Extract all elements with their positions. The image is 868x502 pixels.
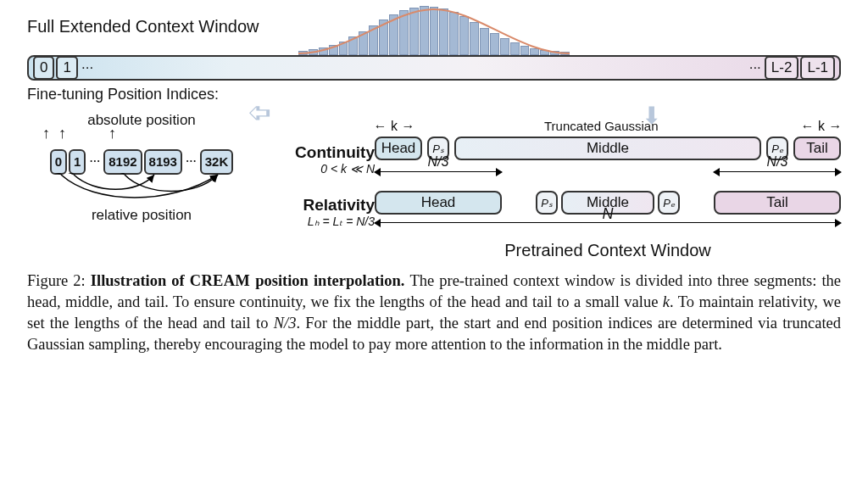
histogram-bar <box>420 6 429 55</box>
k-brace-right: ← k → <box>800 119 843 134</box>
idx-cell-8193: 8193 <box>144 149 182 175</box>
histogram-bar <box>520 46 530 55</box>
histogram-bar <box>309 49 318 55</box>
principle-continuity: Continuity 0 < k ≪ N <box>295 143 375 176</box>
histogram-bar <box>430 7 439 55</box>
position-index-row: 0 1 ··· 8192 8193 ··· 32K <box>27 149 256 175</box>
continuity-cond: 0 < k ≪ N <box>295 162 375 176</box>
index-cell-L-1: L-1 <box>800 56 835 80</box>
k-brace-left: ← k → <box>373 119 415 134</box>
histogram-bar <box>379 20 388 55</box>
histogram-bar <box>359 31 368 55</box>
full-context-window-bar: 0 1 ··· ··· L-2 L-1 <box>27 40 841 84</box>
idx-cell-8192: 8192 <box>103 149 142 175</box>
pretrained-context-window-label: Pretrained Context Window <box>375 241 841 260</box>
up-arrows: ↑ ↑ ↑ <box>42 129 256 137</box>
continuity-title: Continuity <box>295 143 375 162</box>
histogram-bar <box>510 42 520 55</box>
figure-caption: Figure 2: Illustration of CREAM position… <box>27 271 841 355</box>
figure-number: Figure 2: <box>27 272 86 289</box>
ellipsis-left: ··· <box>80 58 95 78</box>
up-arrow-icon: ↑ <box>108 129 116 137</box>
histogram-bar <box>500 38 509 55</box>
histogram-bar <box>480 28 489 55</box>
histogram-bar <box>409 8 419 55</box>
histogram-bar <box>470 22 479 55</box>
truncated-gaussian-label: Truncated Gaussian <box>544 119 659 133</box>
relative-position-arcs-icon <box>44 173 239 207</box>
idx-cell-1: 1 <box>69 149 86 175</box>
histogram-bar <box>389 14 398 55</box>
n-label: N <box>375 205 841 223</box>
histogram-bar <box>319 47 328 55</box>
n-over-3-right: N/3 <box>714 154 841 170</box>
index-cell-0: 0 <box>33 56 54 80</box>
idx-cell-32k: 32K <box>200 149 234 175</box>
histogram-bar <box>369 25 378 55</box>
figure-2-diagram: Full Extended Context Window 0 1 ··· ···… <box>27 17 841 260</box>
histogram-bar <box>329 45 338 55</box>
histogram-bar <box>439 8 448 55</box>
segments-panel: ⬇ ← k → Truncated Gaussian ← k → Head Pₛ… <box>375 110 841 260</box>
histogram-bar <box>339 42 348 55</box>
histogram-bar <box>348 36 358 55</box>
index-cell-1: 1 <box>56 56 77 80</box>
up-arrow-icon: ↑ <box>42 129 50 137</box>
idx-dots: ··· <box>87 153 102 170</box>
histogram-bar <box>399 10 409 55</box>
relative-position-label: relative position <box>27 207 256 224</box>
up-arrow-icon: ↑ <box>58 129 66 137</box>
principles-panel: Continuity 0 < k ≪ N Relativity Lₕ = Lₜ … <box>256 110 375 260</box>
ellipsis-right: ··· <box>748 58 763 78</box>
idx-dots: ··· <box>184 153 198 170</box>
index-cell-L-2: L-2 <box>765 56 799 80</box>
relativity-cond: Lₕ = Lₜ = N/3 <box>303 215 375 228</box>
principle-relativity: Relativity Lₕ = Lₜ = N/3 <box>303 196 375 228</box>
idx-cell-0: 0 <box>50 149 67 175</box>
histogram-bar <box>459 16 469 55</box>
position-indices-panel: absolute position ↑ ↑ ↑ 0 1 ··· 8192 819… <box>27 110 256 260</box>
n-over-3-left: N/3 <box>375 154 502 170</box>
fine-tuning-label: Fine-tuning Position Indices: <box>27 86 841 103</box>
histogram-bar <box>530 48 539 55</box>
left-arrow-icon: ➪ <box>248 95 271 129</box>
gaussian-histogram <box>298 6 570 55</box>
relativity-title: Relativity <box>303 196 375 215</box>
histogram-bar <box>490 33 499 55</box>
histogram-bar <box>449 12 459 55</box>
